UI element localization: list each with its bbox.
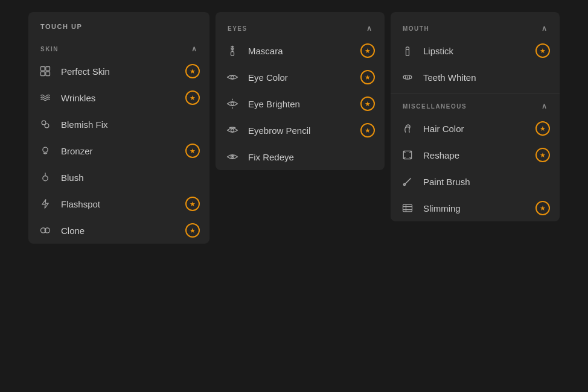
eye-color-icon [225,70,240,84]
svg-rect-38 [403,204,412,212]
label-eye-color: Eye Color [248,72,288,83]
menu-item-hair-color[interactable]: Hair Color ★ [391,115,560,142]
star-bronzer[interactable]: ★ [185,144,200,158]
panel-mouth-misc: MOUTH ∧ Lipstick ★ [391,12,560,221]
chevron-mouth[interactable]: ∧ [542,24,548,33]
fix-redeye-icon [225,150,240,164]
svg-rect-2 [41,72,45,76]
mascara-icon [225,43,240,58]
label-eye-brighten: Eye Brighten [248,99,300,109]
section-label-misc: MISCELLANEOUS [403,103,467,110]
label-reshape: Reshape [423,150,459,160]
label-paint-brush: Paint Brush [423,177,470,187]
label-teeth-whiten: Teeth Whiten [423,72,476,83]
label-bronzer: Bronzer [61,146,93,156]
bronzer-icon [38,144,53,158]
star-eyebrow-pencil[interactable]: ★ [360,123,375,138]
label-flashspot: Flashspot [61,199,100,209]
menu-item-wrinkles[interactable]: Wrinkles ★ [28,84,209,111]
section-header-eyes: EYES ∧ [216,18,385,37]
svg-point-8 [43,176,48,181]
panel-eyes: EYES ∧ Mascara [216,12,385,170]
perfect-skin-icon [38,64,53,78]
menu-item-perfect-skin[interactable]: Perfect Skin ★ [28,58,209,84]
reshape-icon [400,148,415,162]
label-clone: Clone [61,226,85,236]
main-container: TOUCH UP SKIN ∧ Perfect Skin ★ [0,0,588,392]
blush-icon [38,170,53,185]
menu-item-paint-brush[interactable]: Paint Brush [391,168,560,195]
eye-brighten-icon [225,96,240,111]
label-slimming: Slimming [423,203,461,213]
menu-item-blemish-fix[interactable]: Blemish Fix [28,111,209,138]
svg-rect-1 [46,67,50,71]
menu-item-fix-redeye[interactable]: Fix Redeye [216,144,385,170]
svg-rect-0 [41,67,45,71]
label-eyebrow-pencil: Eyebrow Pencil [248,125,310,136]
label-mascara: Mascara [248,46,283,56]
star-clone[interactable]: ★ [185,223,200,238]
panel-title-touch-up: TOUCH UP [28,12,209,39]
label-blush: Blush [61,172,84,183]
section-label-skin: SKIN [40,46,59,52]
section-header-misc: MISCELLANEOUS ∧ [391,96,560,115]
section-header-mouth: MOUTH ∧ [391,18,560,37]
svg-rect-18 [231,52,234,56]
menu-item-blush[interactable]: Blush [28,164,209,191]
label-lipstick: Lipstick [423,46,453,56]
star-lipstick[interactable]: ★ [535,43,550,58]
menu-item-slimming[interactable]: Slimming ★ [391,195,560,221]
wrinkles-icon [38,90,53,105]
menu-item-bronzer[interactable]: Bronzer ★ [28,138,209,164]
star-hair-color[interactable]: ★ [535,121,550,136]
menu-item-eyebrow-pencil[interactable]: Eyebrow Pencil ★ [216,117,385,144]
section-label-mouth: MOUTH [403,25,429,32]
panel-touch-up: TOUCH UP SKIN ∧ Perfect Skin ★ [28,12,209,244]
star-eye-brighten[interactable]: ★ [360,96,375,111]
star-mascara[interactable]: ★ [360,43,375,58]
label-blemish-fix: Blemish Fix [61,119,108,130]
star-wrinkles[interactable]: ★ [185,90,200,105]
svg-point-20 [231,103,234,106]
svg-point-6 [43,147,48,152]
menu-item-clone[interactable]: Clone ★ [28,217,209,244]
star-perfect-skin[interactable]: ★ [185,64,200,78]
flashspot-icon [38,197,53,211]
menu-item-reshape[interactable]: Reshape ★ [391,142,560,168]
paint-brush-icon [400,174,415,189]
svg-point-5 [45,124,49,128]
menu-item-eye-color[interactable]: Eye Color ★ [216,64,385,90]
chevron-skin[interactable]: ∧ [191,45,198,53]
chevron-misc[interactable]: ∧ [542,102,548,110]
svg-rect-3 [46,72,50,76]
teeth-whiten-icon [400,70,415,84]
menu-item-flashspot[interactable]: Flashspot ★ [28,191,209,217]
menu-item-lipstick[interactable]: Lipstick ★ [391,37,560,64]
blemish-fix-icon [38,117,53,131]
label-fix-redeye: Fix Redeye [248,152,294,162]
star-slimming[interactable]: ★ [535,201,550,215]
svg-point-25 [232,156,233,157]
section-header-skin: SKIN ∧ [28,39,209,58]
label-perfect-skin: Perfect Skin [61,66,110,77]
eyebrow-pencil-icon [225,123,240,138]
slimming-icon [400,201,415,215]
label-wrinkles: Wrinkles [61,93,95,103]
menu-item-eye-brighten[interactable]: Eye Brighten ★ [216,90,385,117]
menu-item-mascara[interactable]: Mascara ★ [216,37,385,64]
divider-mouth-misc [391,93,560,93]
lipstick-icon [400,43,415,58]
chevron-eyes[interactable]: ∧ [366,24,373,33]
hair-color-icon [400,121,415,136]
menu-item-teeth-whiten[interactable]: Teeth Whiten [391,64,560,90]
star-eye-color[interactable]: ★ [360,70,375,84]
svg-rect-26 [406,49,409,55]
label-hair-color: Hair Color [423,124,464,134]
svg-point-23 [231,129,234,132]
clone-icon [38,223,53,238]
svg-point-19 [231,76,234,79]
star-flashspot[interactable]: ★ [185,197,200,211]
star-reshape[interactable]: ★ [535,148,550,162]
section-label-eyes: EYES [228,25,248,32]
